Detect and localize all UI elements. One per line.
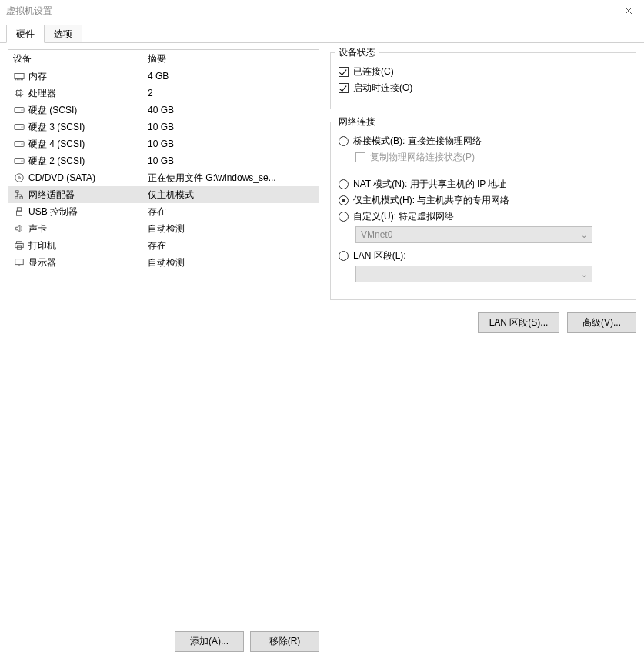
device-row[interactable]: 声卡自动检测	[8, 220, 319, 237]
device-summary: 10 GB	[148, 122, 314, 132]
svg-point-12	[18, 177, 21, 179]
title-bar: 虚拟机设置	[0, 0, 644, 22]
add-button[interactable]: 添加(A)...	[175, 631, 244, 652]
cd-icon	[13, 172, 25, 184]
device-row[interactable]: 硬盘 2 (SCSI)10 GB	[8, 152, 319, 169]
svg-rect-17	[17, 211, 22, 215]
device-summary: 40 GB	[148, 105, 314, 115]
device-summary: 10 GB	[148, 155, 314, 166]
device-summary: 4 GB	[148, 71, 314, 82]
usb-icon	[13, 205, 25, 218]
svg-rect-19	[15, 243, 24, 247]
connect-on-power-row[interactable]: 启动时连接(O)	[339, 82, 628, 95]
custom-radio[interactable]	[339, 212, 349, 222]
custom-label: 自定义(U): 特定虚拟网络	[353, 210, 454, 223]
header-device: 设备	[13, 52, 148, 65]
hostonly-radio[interactable]	[339, 195, 349, 205]
svg-point-8	[22, 143, 23, 145]
custom-network-value: VMnet0	[361, 229, 392, 240]
device-name: 内存	[28, 70, 148, 83]
window-title: 虚拟机设置	[6, 5, 52, 18]
device-row[interactable]: 硬盘 3 (SCSI)10 GB	[8, 119, 319, 135]
replicate-row: 复制物理网络连接状态(P)	[355, 151, 628, 164]
network-connection-group: 网络连接 桥接模式(B): 直接连接物理网络 复制物理网络连接状态(P) NAT…	[330, 122, 636, 300]
sound-icon	[13, 222, 25, 235]
device-row[interactable]: USB 控制器存在	[8, 203, 319, 220]
device-row[interactable]: 内存4 GB	[8, 68, 319, 85]
svg-rect-14	[20, 197, 23, 199]
device-name: 声卡	[28, 222, 148, 235]
disk-icon	[13, 155, 25, 167]
device-name: 硬盘 2 (SCSI)	[28, 155, 148, 168]
svg-point-6	[22, 126, 23, 128]
lan-segments-button[interactable]: LAN 区段(S)...	[478, 312, 559, 333]
svg-rect-16	[17, 208, 21, 211]
svg-point-4	[22, 109, 23, 111]
lan-segment-label: LAN 区段(L):	[353, 249, 406, 262]
network-icon	[13, 189, 25, 201]
header-summary: 摘要	[148, 52, 314, 65]
device-name: 处理器	[28, 87, 148, 100]
tabs: 硬件 选项	[0, 25, 644, 43]
device-row[interactable]: 显示器自动检测	[8, 254, 319, 271]
svg-rect-21	[15, 259, 24, 265]
device-row[interactable]: CD/DVD (SATA)正在使用文件 G:\windows_se...	[8, 169, 319, 186]
device-row[interactable]: 处理器2	[8, 85, 319, 102]
remove-button[interactable]: 移除(R)	[250, 631, 319, 652]
device-summary: 2	[148, 88, 314, 99]
replicate-checkbox	[355, 152, 365, 162]
connected-checkbox[interactable]	[339, 67, 349, 77]
device-row[interactable]: 硬盘 4 (SCSI)10 GB	[8, 135, 319, 152]
device-status-group: 设备状态 已连接(C) 启动时连接(O)	[330, 52, 636, 109]
svg-point-11	[15, 174, 24, 182]
chevron-down-icon: ⌄	[581, 270, 587, 279]
device-list[interactable]: 设备 摘要 内存4 GB处理器2硬盘 (SCSI)40 GB硬盘 3 (SCSI…	[8, 49, 319, 623]
nat-radio[interactable]	[339, 179, 349, 189]
device-summary: 10 GB	[148, 139, 314, 149]
device-row[interactable]: 硬盘 (SCSI)40 GB	[8, 102, 319, 119]
svg-rect-1	[17, 91, 22, 96]
tab-options[interactable]: 选项	[44, 25, 82, 42]
memory-icon	[13, 70, 25, 82]
disk-icon	[13, 104, 25, 116]
device-name: 网络适配器	[28, 189, 148, 202]
lan-segment-radio-row[interactable]: LAN 区段(L):	[339, 249, 628, 262]
device-summary: 自动检测	[148, 256, 314, 269]
connect-on-power-checkbox[interactable]	[339, 83, 349, 93]
chevron-down-icon: ⌄	[581, 231, 587, 239]
device-summary: 存在	[148, 239, 314, 252]
advanced-button[interactable]: 高级(V)...	[567, 312, 636, 333]
hostonly-radio-row[interactable]: 仅主机模式(H): 与主机共享的专用网络	[339, 194, 628, 207]
nat-label: NAT 模式(N): 用于共享主机的 IP 地址	[353, 178, 506, 191]
connected-checkbox-row[interactable]: 已连接(C)	[339, 65, 628, 78]
close-icon	[625, 7, 632, 15]
display-icon	[13, 256, 25, 269]
replicate-label: 复制物理网络连接状态(P)	[370, 151, 475, 164]
lan-segment-radio[interactable]	[339, 251, 349, 261]
nat-radio-row[interactable]: NAT 模式(N): 用于共享主机的 IP 地址	[339, 178, 628, 191]
device-summary: 自动检测	[148, 222, 314, 235]
printer-icon	[13, 239, 25, 252]
device-summary: 存在	[148, 205, 314, 219]
custom-radio-row[interactable]: 自定义(U): 特定虚拟网络	[339, 210, 628, 223]
bridged-radio-row[interactable]: 桥接模式(B): 直接连接物理网络	[339, 135, 628, 148]
connect-on-power-label: 启动时连接(O)	[353, 82, 412, 95]
tab-hardware[interactable]: 硬件	[6, 25, 45, 43]
device-name: USB 控制器	[28, 205, 148, 219]
bridged-label: 桥接模式(B): 直接连接物理网络	[353, 135, 482, 148]
device-name: 显示器	[28, 256, 148, 269]
device-name: 硬盘 (SCSI)	[28, 104, 148, 117]
bridged-radio[interactable]	[339, 136, 349, 146]
device-row[interactable]: 网络适配器仅主机模式	[8, 186, 319, 203]
close-button[interactable]	[613, 0, 644, 22]
device-row[interactable]: 打印机存在	[8, 237, 319, 254]
svg-rect-15	[15, 197, 18, 199]
connected-label: 已连接(C)	[353, 65, 394, 78]
device-name: 打印机	[28, 239, 148, 252]
device-summary: 仅主机模式	[148, 189, 314, 202]
disk-icon	[13, 138, 25, 150]
svg-rect-0	[15, 74, 24, 79]
device-summary: 正在使用文件 G:\windows_se...	[148, 172, 314, 185]
network-connection-title: 网络连接	[335, 115, 379, 129]
lan-segment-dropdown: ⌄	[355, 266, 592, 282]
